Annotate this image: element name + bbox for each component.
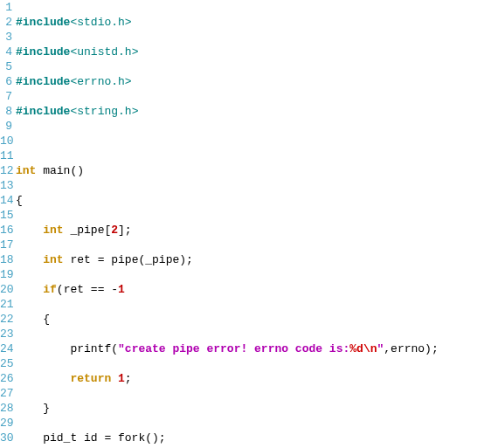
type-keyword: int <box>16 164 36 177</box>
header: <errno.h> <box>70 75 131 88</box>
code-line: return 1; <box>16 371 498 386</box>
line-number: 29 <box>0 416 12 431</box>
code-line: int main() <box>16 163 498 178</box>
preprocessor: #include <box>16 105 70 118</box>
line-number: 16 <box>0 223 12 238</box>
code-line: printf("create pipe error! errno code is… <box>16 341 498 356</box>
code-line: #include<string.h> <box>16 104 498 119</box>
line-number: 13 <box>0 178 12 193</box>
text: ; <box>125 372 132 385</box>
line-number: 21 <box>0 297 12 312</box>
line-number: 25 <box>0 356 12 371</box>
code-line: int ret = pipe(_pipe); <box>16 252 498 267</box>
header: <string.h> <box>70 105 138 118</box>
number: 2 <box>111 224 118 237</box>
line-number: 17 <box>0 238 12 252</box>
line-number: 5 <box>0 59 12 74</box>
preprocessor: #include <box>16 45 70 59</box>
indent <box>16 224 43 237</box>
line-number: 30 <box>0 431 12 445</box>
code-line: int _pipe[2]; <box>16 223 498 238</box>
line-number: 6 <box>0 74 12 89</box>
line-number: 4 <box>0 45 12 59</box>
indent <box>16 372 70 385</box>
header: <unistd.h> <box>70 45 138 59</box>
number: 1 <box>118 372 125 385</box>
line-number: 3 <box>0 30 12 45</box>
brace: { <box>16 313 50 326</box>
text: ]; <box>118 224 132 237</box>
text: pid_t id = fork(); <box>16 431 166 445</box>
code-line: { <box>16 193 498 208</box>
text: ret = pipe(_pipe); <box>64 253 193 266</box>
brace: { <box>16 194 23 207</box>
line-number: 12 <box>0 163 12 178</box>
code-line: { <box>16 312 498 327</box>
line-number: 7 <box>0 89 12 104</box>
code-line: } <box>16 401 498 416</box>
line-number: 24 <box>0 341 12 356</box>
line-number: 18 <box>0 252 12 267</box>
line-number: 14 <box>0 193 12 208</box>
code-line: #include<unistd.h> <box>16 45 498 59</box>
line-number-gutter: 1 2 3 4 5 6 7 8 9 10 11 12 13 14 15 16 1… <box>0 0 16 448</box>
format-specifier: %d\n <box>349 342 377 355</box>
code-line: #include<stdio.h> <box>16 15 498 30</box>
line-number: 10 <box>0 134 12 148</box>
text: main() <box>36 164 84 177</box>
indent <box>16 283 43 296</box>
code-line: if(ret == -1 <box>16 282 498 297</box>
line-number: 19 <box>0 267 12 282</box>
text: (ret == - <box>57 283 118 296</box>
line-number: 28 <box>0 401 12 416</box>
keyword: return <box>70 372 111 385</box>
preprocessor: #include <box>16 75 70 88</box>
type-keyword: int <box>43 253 63 266</box>
line-number: 23 <box>0 327 12 341</box>
line-number: 26 <box>0 371 12 386</box>
line-number: 2 <box>0 15 12 30</box>
line-number: 27 <box>0 386 12 401</box>
number: 1 <box>118 283 125 296</box>
line-number: 15 <box>0 208 12 223</box>
code-line: pid_t id = fork(); <box>16 431 498 445</box>
line-number: 9 <box>0 119 12 134</box>
line-number: 1 <box>0 0 12 15</box>
string: "create pipe error! errno code is: <box>118 342 349 355</box>
text: ,errno); <box>384 342 438 355</box>
line-number: 8 <box>0 104 12 119</box>
text <box>111 372 118 385</box>
line-number: 20 <box>0 282 12 297</box>
brace: } <box>16 402 50 415</box>
code-line: #include<errno.h> <box>16 74 498 89</box>
text: _pipe[ <box>64 224 112 237</box>
line-number: 11 <box>0 148 12 163</box>
code-area[interactable]: #include<stdio.h> #include<unistd.h> #in… <box>16 0 498 448</box>
preprocessor: #include <box>16 16 70 29</box>
code-editor: 1 2 3 4 5 6 7 8 9 10 11 12 13 14 15 16 1… <box>0 0 498 448</box>
text: printf( <box>16 342 118 355</box>
type-keyword: int <box>43 224 63 237</box>
indent <box>16 253 43 266</box>
line-number: 22 <box>0 312 12 327</box>
header: <stdio.h> <box>70 16 131 29</box>
keyword: if <box>43 283 57 296</box>
code-line <box>16 134 498 148</box>
